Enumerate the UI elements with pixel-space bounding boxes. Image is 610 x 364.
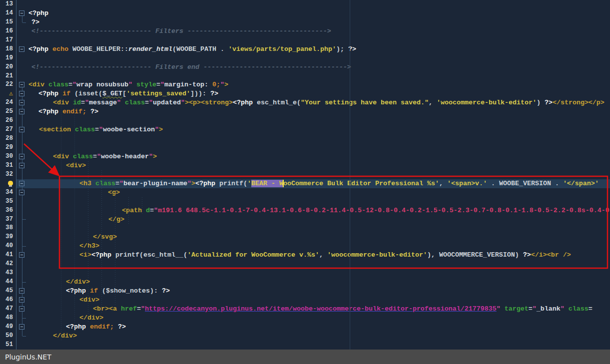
code-line[interactable]: 36<path d="m191.6 648.5c-1.1-0.1-7-0.4-1… xyxy=(0,206,610,215)
code-line[interactable]: 22<div class="wrap nosubsub" style="marg… xyxy=(0,80,610,89)
code-line[interactable]: 43 xyxy=(0,269,610,278)
line-number: 45 xyxy=(0,287,16,296)
code-line[interactable]: 13 xyxy=(0,0,610,9)
code-text[interactable]: <?php if (isset($_GET['settings_saved'])… xyxy=(28,89,610,98)
code-text[interactable]: <div class="wrap nosubsub" style="margin… xyxy=(28,80,610,89)
code-text[interactable]: </svg> xyxy=(28,233,610,242)
code-text[interactable] xyxy=(28,116,610,125)
fold-toggle[interactable] xyxy=(19,46,24,52)
code-line[interactable]: 46<div> xyxy=(0,296,610,305)
code-text[interactable]: <?php xyxy=(28,9,610,18)
code-line[interactable]: 31<div> xyxy=(0,161,610,170)
code-line[interactable]: 40</h3> xyxy=(0,242,610,251)
code-text[interactable]: <?php endif; ?> xyxy=(28,323,610,332)
code-text[interactable]: <section class="woobe-section"> xyxy=(28,125,610,134)
code-token: <?php xyxy=(91,251,115,259)
code-editor[interactable]: 1314<?php15?>16<!-----------------------… xyxy=(0,0,610,350)
code-editor-lines[interactable]: 1314<?php15?>16<!-----------------------… xyxy=(0,0,610,350)
code-line[interactable]: 35 xyxy=(0,197,610,206)
code-text[interactable]: </h3> xyxy=(28,242,610,251)
code-line[interactable]: 45<?php if ($show_notes): ?> xyxy=(0,287,610,296)
code-line[interactable]: 42 xyxy=(0,260,610,269)
code-text[interactable]: <?php echo WOOBE_HELPER::render_html(WOO… xyxy=(28,45,610,54)
code-text[interactable] xyxy=(28,170,610,179)
code-line[interactable]: 44</div> xyxy=(0,278,610,287)
code-text[interactable]: <h3 class="bear-plugin-name"><?php print… xyxy=(28,179,610,188)
code-line[interactable]: ⚠<?php if (isset($_GET['settings_saved']… xyxy=(0,89,610,98)
code-text[interactable] xyxy=(28,143,610,152)
code-text[interactable]: <div> xyxy=(28,161,610,170)
code-text[interactable]: </div> xyxy=(28,278,610,287)
code-line[interactable]: 37</g> xyxy=(0,215,610,224)
code-text[interactable]: <div id="message" class="updated"><p><st… xyxy=(28,98,610,107)
fold-toggle[interactable] xyxy=(19,127,24,132)
code-text[interactable] xyxy=(28,72,610,81)
code-text[interactable] xyxy=(28,197,610,206)
code-line[interactable]: 27<section class="woobe-section"> xyxy=(0,125,610,134)
fold-toggle[interactable] xyxy=(19,100,24,105)
code-text[interactable]: <div> xyxy=(28,296,610,305)
code-line[interactable]: 38 xyxy=(0,224,610,233)
code-text[interactable] xyxy=(28,269,610,278)
code-line[interactable]: 34<g> xyxy=(0,188,610,197)
code-text[interactable]: <path d="m191.6 648.5c-1.1-0.1-7-0.4-13.… xyxy=(28,206,610,215)
code-line[interactable]: 50</div> xyxy=(0,332,610,341)
code-line[interactable]: 41<i><?php printf(esc_html__('Actualized… xyxy=(0,251,610,260)
code-line[interactable]: 24<div id="message" class="updated"><p><… xyxy=(0,98,610,107)
code-line[interactable]: 14<?php xyxy=(0,9,610,18)
code-text[interactable]: <!---------------------------- Filters -… xyxy=(28,27,610,36)
fold-toggle[interactable] xyxy=(19,190,24,195)
code-text[interactable]: ?> xyxy=(28,18,610,27)
code-line[interactable]: 47<br><a href="https://codecanyon.plugin… xyxy=(0,305,610,314)
code-line[interactable]: 21 xyxy=(0,72,610,81)
code-token: ($show_notes): xyxy=(102,287,162,295)
code-line[interactable]: <h3 class="bear-plugin-name"><?php print… xyxy=(0,179,610,188)
code-text[interactable] xyxy=(28,54,610,63)
code-text[interactable]: <!---------------------------- Filters e… xyxy=(28,63,610,72)
code-text[interactable]: <g> xyxy=(28,188,610,197)
code-text[interactable]: <?php if ($show_notes): ?> xyxy=(28,287,610,296)
fold-toggle[interactable] xyxy=(19,252,24,258)
fold-toggle[interactable] xyxy=(19,154,24,159)
code-line[interactable]: 26 xyxy=(0,116,610,125)
code-line[interactable]: 51 xyxy=(0,341,610,350)
code-line[interactable]: 49<?php endif; ?> xyxy=(0,323,610,332)
code-line[interactable]: 19 xyxy=(0,54,610,63)
code-line[interactable]: 17 xyxy=(0,36,610,45)
code-line[interactable]: 15?> xyxy=(0,18,610,27)
fold-toggle[interactable] xyxy=(19,306,24,312)
code-text[interactable] xyxy=(28,0,610,9)
code-text[interactable] xyxy=(28,134,610,143)
code-text[interactable] xyxy=(28,260,610,269)
fold-toggle[interactable] xyxy=(19,91,24,96)
code-line[interactable]: 28 xyxy=(0,134,610,143)
fold-toggle[interactable] xyxy=(19,82,24,87)
code-text[interactable]: <i><?php printf(esc_html__('Actualized f… xyxy=(28,251,610,260)
code-line[interactable]: 32 xyxy=(0,170,610,179)
code-line[interactable]: 25<?php endif; ?> xyxy=(0,107,610,116)
code-text[interactable]: </div> xyxy=(28,314,610,323)
code-line[interactable]: 20<!---------------------------- Filters… xyxy=(0,63,610,72)
fold-toggle[interactable] xyxy=(19,324,24,330)
code-text[interactable]: <br><a href="https://codecanyon.pluginus… xyxy=(28,305,610,314)
code-line[interactable]: 30<div class="woobe-header"> xyxy=(0,152,610,161)
code-text[interactable]: <div class="woobe-header"> xyxy=(28,152,610,161)
code-text[interactable] xyxy=(28,224,610,233)
code-text[interactable]: </g> xyxy=(28,215,610,224)
fold-toggle[interactable] xyxy=(19,163,24,168)
code-line[interactable]: 48</div> xyxy=(0,314,610,323)
code-line[interactable]: 39</svg> xyxy=(0,233,610,242)
code-line[interactable]: 18<?php echo WOOBE_HELPER::render_html(W… xyxy=(0,45,610,54)
fold-toggle[interactable] xyxy=(19,297,24,303)
fold-toggle[interactable] xyxy=(19,181,24,186)
code-text[interactable]: </div> xyxy=(28,332,610,341)
code-text[interactable] xyxy=(28,341,610,350)
code-line[interactable]: 16<!---------------------------- Filters… xyxy=(0,27,610,36)
fold-toggle[interactable] xyxy=(19,109,24,114)
code-text[interactable]: <?php endif; ?> xyxy=(28,107,610,116)
code-text[interactable] xyxy=(28,36,610,45)
fold-toggle[interactable] xyxy=(19,288,24,294)
code-line[interactable]: 29 xyxy=(0,143,610,152)
code-token: 0; xyxy=(212,81,220,88)
fold-toggle[interactable] xyxy=(19,10,24,16)
